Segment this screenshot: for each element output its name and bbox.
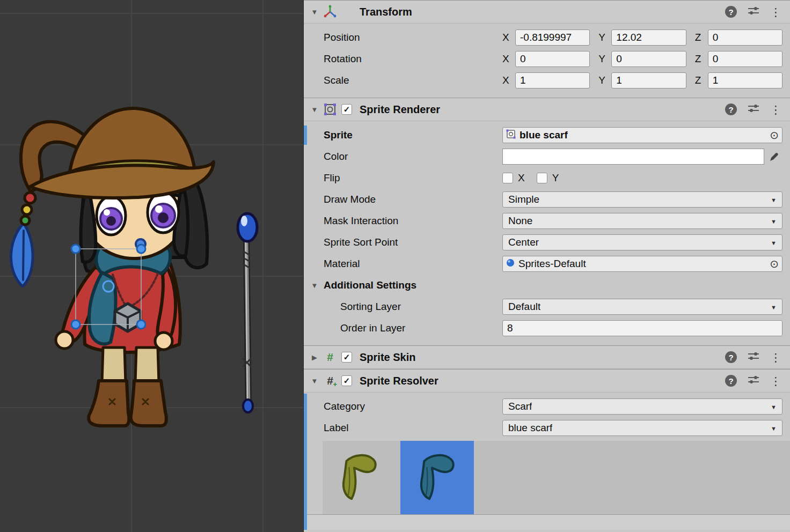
- color-swatch[interactable]: [502, 149, 764, 165]
- sprite-resolver-icon: [323, 374, 337, 388]
- chevron-down-icon: [771, 404, 777, 410]
- sprite-row: Sprite blue scarf: [304, 124, 790, 146]
- order-in-layer-field[interactable]: [502, 320, 782, 336]
- inspector-footer: [304, 514, 790, 530]
- kebab-menu-icon[interactable]: [770, 375, 781, 387]
- label-label: Label: [324, 422, 502, 434]
- label-dropdown[interactable]: blue scarf: [502, 420, 782, 436]
- object-picker-icon[interactable]: [766, 258, 779, 269]
- scale-z-field[interactable]: [708, 72, 782, 88]
- category-value: Scarf: [508, 401, 532, 412]
- sprite-resolver-title: Sprite Resolver: [360, 375, 438, 387]
- sorting-layer-value: Default: [508, 301, 540, 313]
- kebab-menu-icon[interactable]: [770, 104, 781, 115]
- thumbnail-blue-scarf[interactable]: [400, 441, 474, 514]
- flip-label: Flip: [324, 172, 502, 184]
- rotation-x-field[interactable]: [515, 51, 590, 67]
- corner-handle[interactable]: [137, 245, 145, 253]
- draw-mode-value: Simple: [508, 194, 539, 205]
- help-icon[interactable]: [725, 6, 737, 18]
- draw-mode-row: Draw Mode Simple: [304, 189, 790, 210]
- material-object-field[interactable]: Sprites-Default: [502, 256, 782, 272]
- rotation-z-field[interactable]: [708, 51, 782, 67]
- order-in-layer-row: Order in Layer: [304, 317, 790, 339]
- help-icon[interactable]: [725, 375, 737, 387]
- sorting-layer-dropdown[interactable]: Default: [502, 299, 782, 315]
- sprite-renderer-title: Sprite Renderer: [360, 104, 440, 116]
- chevron-down-icon: [771, 425, 777, 432]
- thumbnail-green-scarf[interactable]: [323, 441, 396, 514]
- chevron-down-icon: [771, 240, 777, 246]
- enable-checkbox[interactable]: [341, 104, 352, 115]
- additional-settings-foldout[interactable]: Additional Settings: [304, 275, 790, 296]
- transform-title: Transform: [360, 6, 412, 18]
- blue-scarf-icon: [408, 447, 467, 508]
- scene-canvas[interactable]: [0, 0, 303, 532]
- foldout-open-icon[interactable]: [310, 8, 319, 16]
- scene-view[interactable]: [0, 0, 303, 532]
- kebab-menu-icon[interactable]: [770, 6, 781, 18]
- staff-gem: [243, 400, 253, 412]
- sprite-sort-point-value: Center: [508, 237, 539, 248]
- sprite-object-field[interactable]: blue scarf: [502, 127, 782, 143]
- help-icon[interactable]: [725, 104, 737, 115]
- enable-checkbox[interactable]: [341, 375, 352, 386]
- help-icon[interactable]: [725, 351, 737, 363]
- scale-x-field[interactable]: [515, 72, 590, 88]
- sprite-renderer-header[interactable]: Sprite Renderer: [304, 98, 790, 121]
- axis-x-label: X: [502, 75, 511, 86]
- scale-y-field[interactable]: [611, 72, 686, 88]
- sorting-layer-row: Sorting Layer Default: [304, 296, 790, 317]
- foldout-open-icon[interactable]: [310, 106, 319, 114]
- axis-y-label: Y: [598, 32, 607, 43]
- unity-editor: Transform Position: [0, 0, 790, 532]
- sprite-label: Sprite: [324, 129, 502, 141]
- rotation-row: Rotation X Y Z: [304, 48, 790, 70]
- enable-checkbox[interactable]: [341, 352, 352, 363]
- corner-handle[interactable]: [137, 320, 145, 329]
- axis-y-label: Y: [598, 53, 607, 65]
- label-row: Label blue scarf: [304, 417, 790, 439]
- foldout-closed-icon[interactable]: [310, 353, 319, 361]
- sprite-icon: [506, 129, 516, 142]
- position-y-field[interactable]: [611, 29, 686, 46]
- color-label: Color: [324, 151, 502, 162]
- sprite-resolver-header[interactable]: Sprite Resolver: [304, 369, 790, 393]
- corner-handle[interactable]: [71, 245, 80, 253]
- sprite-resolver-body: Category Scarf Label blue scarf: [304, 393, 790, 530]
- mask-interaction-row: Mask Interaction None: [304, 210, 790, 232]
- foldout-open-icon[interactable]: [310, 282, 319, 290]
- presets-icon[interactable]: [748, 104, 759, 115]
- presets-icon[interactable]: [748, 351, 759, 363]
- category-row: Category Scarf: [304, 396, 790, 417]
- chevron-down-icon: [771, 218, 777, 225]
- axis-y-label: Y: [598, 75, 607, 86]
- position-x-field[interactable]: [515, 29, 590, 46]
- transform-header[interactable]: Transform: [304, 0, 790, 24]
- sprite-skin-component: Sprite Skin: [304, 345, 790, 369]
- corner-handle[interactable]: [71, 320, 80, 329]
- flip-x-label: X: [518, 172, 525, 184]
- flip-x-checkbox[interactable]: [502, 173, 513, 183]
- sprite-field-value: blue scarf: [520, 129, 568, 141]
- category-dropdown[interactable]: Scarf: [502, 398, 782, 415]
- object-picker-icon[interactable]: [766, 130, 779, 141]
- kebab-menu-icon[interactable]: [770, 352, 781, 363]
- sprite-sort-point-row: Sprite Sort Point Center: [304, 232, 790, 253]
- presets-icon[interactable]: [748, 375, 759, 387]
- material-icon: [506, 258, 515, 270]
- transform-component: Transform Position: [304, 0, 790, 98]
- flip-y-checkbox[interactable]: [537, 173, 547, 183]
- eyedropper-icon[interactable]: [766, 149, 782, 165]
- mask-interaction-dropdown[interactable]: None: [502, 213, 782, 229]
- foldout-open-icon[interactable]: [310, 377, 319, 385]
- presets-icon[interactable]: [748, 6, 759, 18]
- order-in-layer-label: Order in Layer: [340, 322, 502, 334]
- axis-x-label: X: [502, 32, 511, 43]
- position-z-field[interactable]: [708, 29, 782, 46]
- sprite-sort-point-dropdown[interactable]: Center: [502, 234, 782, 250]
- sprite-skin-header[interactable]: Sprite Skin: [304, 345, 790, 369]
- draw-mode-dropdown[interactable]: Simple: [502, 191, 782, 208]
- rotation-y-field[interactable]: [611, 51, 686, 67]
- transform-icon: [323, 5, 337, 19]
